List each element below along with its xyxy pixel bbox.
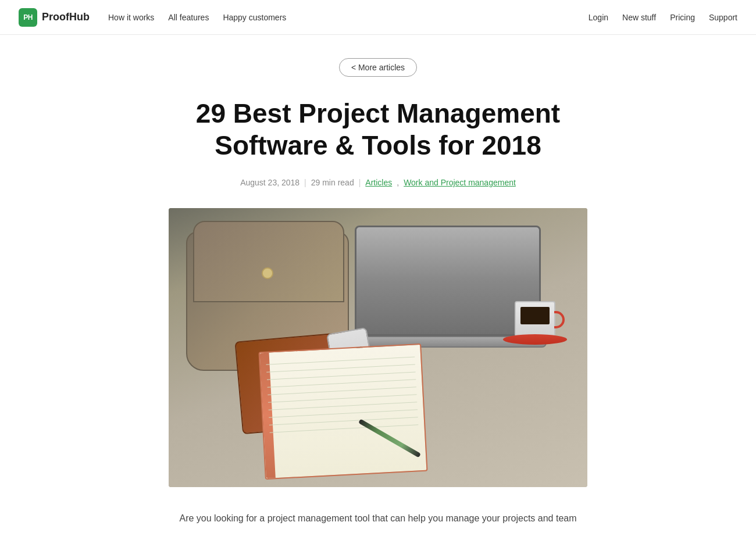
notebook-line	[268, 387, 416, 395]
key	[430, 341, 433, 343]
article-intro: Are you looking for a project management…	[169, 510, 587, 526]
notebook-line	[269, 417, 418, 425]
saucer	[503, 334, 567, 345]
article-date: August 23, 2018	[240, 178, 299, 187]
main-content: < More articles 29 Best Project Manageme…	[116, 35, 640, 540]
bag-flap	[193, 221, 344, 302]
logo-icon: PH	[19, 8, 37, 27]
article-meta: August 23, 2018 | 29 min read | Articles…	[128, 178, 628, 187]
notebook-line	[267, 372, 416, 380]
coffee-cup	[512, 301, 558, 345]
key	[439, 341, 443, 343]
nav-link-pricing[interactable]: Pricing	[670, 13, 695, 22]
nav-left-links: How it works All features Happy customer…	[108, 13, 286, 22]
coffee-liquid	[520, 307, 550, 324]
article-title: 29 Best Project Management Software & To…	[169, 98, 587, 162]
article-category-articles[interactable]: Articles	[365, 178, 392, 187]
nav-link-all-features[interactable]: All features	[168, 13, 209, 22]
navigation: PH ProofHub How it works All features Ha…	[0, 0, 756, 35]
key	[444, 341, 447, 343]
nav-link-new-stuff[interactable]: New stuff	[622, 13, 656, 22]
key	[458, 341, 461, 343]
meta-divider-1: |	[304, 178, 306, 187]
notebook-line	[270, 425, 419, 433]
meta-divider-2: |	[359, 178, 361, 187]
article-image-canvas	[169, 208, 587, 487]
more-articles-button[interactable]: < More articles	[339, 58, 417, 77]
key	[434, 341, 438, 343]
key	[448, 341, 452, 343]
key	[453, 341, 457, 343]
nav-link-how-it-works[interactable]: How it works	[108, 13, 154, 22]
article-category-work-project[interactable]: Work and Project management	[404, 178, 516, 187]
notebook-line	[269, 402, 418, 410]
meta-comma: ,	[397, 178, 399, 187]
cup	[515, 301, 555, 339]
notebook-line	[269, 410, 418, 418]
article-read-time: 29 min read	[311, 178, 354, 187]
notebook-lines	[266, 357, 420, 467]
nav-link-login[interactable]: Login	[589, 13, 608, 22]
nav-link-support[interactable]: Support	[709, 13, 737, 22]
notebook-line	[268, 380, 416, 388]
notebook	[258, 344, 427, 480]
notebook-line	[268, 395, 417, 403]
key	[462, 341, 466, 343]
notebook-line	[266, 364, 415, 373]
logo-link[interactable]: PH ProofHub	[19, 8, 90, 27]
bag-buckle	[262, 267, 273, 279]
notebook-line	[266, 357, 415, 365]
nav-link-happy-customers[interactable]: Happy customers	[223, 13, 286, 22]
logo-text: ProofHub	[42, 11, 90, 23]
article-hero-image	[169, 208, 587, 487]
nav-right-links: Login New stuff Pricing Support	[589, 13, 737, 22]
